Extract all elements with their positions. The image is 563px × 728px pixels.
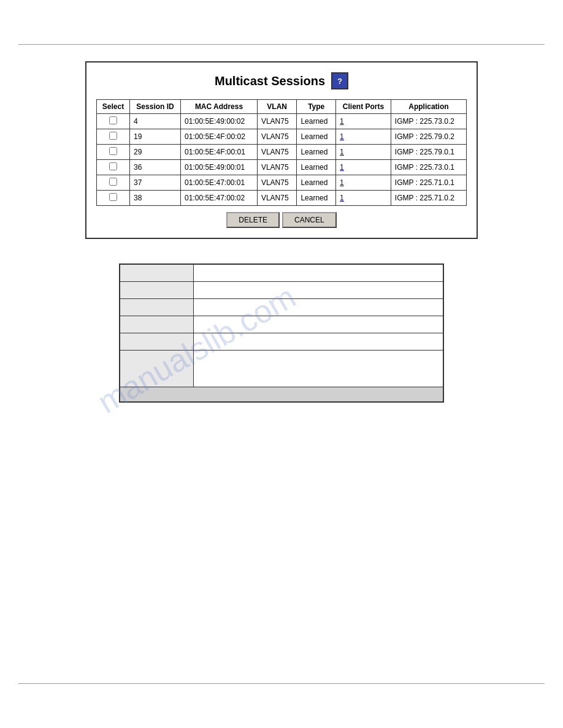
session-id-cell: 38 [130, 191, 181, 206]
bottom-rule [18, 683, 545, 684]
vlan-cell: VLAN75 [257, 145, 296, 160]
col-vlan: VLAN [257, 100, 296, 114]
vlan-cell: VLAN75 [257, 175, 296, 191]
table-row: 2901:00:5E:4F:00:01VLAN75Learned1IGMP : … [97, 145, 467, 160]
col-select: Select [97, 100, 130, 114]
client-ports-cell: 1 [336, 129, 391, 145]
label-cell [120, 316, 194, 333]
table-row [120, 333, 443, 351]
select-cell [97, 145, 130, 160]
session-id-cell: 4 [130, 114, 181, 129]
value-cell [194, 351, 443, 387]
table-row: 1901:00:5E:4F:00:02VLAN75Learned1IGMP : … [97, 129, 467, 145]
button-row: DELETE CANCEL [96, 212, 467, 228]
session-id-cell: 37 [130, 175, 181, 191]
client-ports-cell: 1 [336, 191, 391, 206]
type-cell: Learned [297, 160, 336, 175]
mac-address-cell: 01:00:5E:47:00:01 [181, 175, 258, 191]
table-row: 3801:00:5E:47:00:02VLAN75Learned1IGMP : … [97, 191, 467, 206]
client-ports-link[interactable]: 1 [340, 163, 344, 172]
mac-address-cell: 01:00:5E:47:00:02 [181, 191, 258, 206]
application-cell: IGMP : 225.73.0.1 [391, 160, 466, 175]
help-icon-button[interactable]: ? [331, 72, 348, 89]
type-cell: Learned [297, 114, 336, 129]
label-cell [120, 351, 194, 387]
select-checkbox[interactable] [109, 193, 117, 201]
top-rule [18, 44, 545, 45]
select-checkbox[interactable] [109, 162, 117, 170]
table-row [120, 282, 443, 299]
application-cell: IGMP : 225.79.0.2 [391, 129, 466, 145]
table-row: 401:00:5E:49:00:02VLAN75Learned1IGMP : 2… [97, 114, 467, 129]
select-cell [97, 129, 130, 145]
value-cell [194, 299, 443, 316]
table-row-tall [120, 351, 443, 387]
session-id-cell: 36 [130, 160, 181, 175]
page-content: Multicast Sessions ? Select Session ID M… [0, 0, 563, 464]
vlan-cell: VLAN75 [257, 129, 296, 145]
type-cell: Learned [297, 191, 336, 206]
table-row [120, 299, 443, 316]
label-cell [120, 282, 194, 299]
client-ports-cell: 1 [336, 160, 391, 175]
table-row [120, 316, 443, 333]
table-row: 3701:00:5E:47:00:01VLAN75Learned1IGMP : … [97, 175, 467, 191]
delete-button[interactable]: DELETE [226, 212, 280, 228]
value-cell [194, 265, 443, 282]
panel-title-row: Multicast Sessions ? [96, 72, 467, 89]
col-mac-address: MAC Address [181, 100, 258, 114]
col-session-id: Session ID [130, 100, 181, 114]
client-ports-cell: 1 [336, 175, 391, 191]
value-cell [194, 333, 443, 351]
mac-address-cell: 01:00:5E:49:00:01 [181, 160, 258, 175]
col-application: Application [391, 100, 466, 114]
sessions-table: Select Session ID MAC Address VLAN Type … [96, 99, 467, 206]
label-cell [120, 299, 194, 316]
select-checkbox[interactable] [109, 132, 117, 140]
client-ports-cell: 1 [336, 114, 391, 129]
type-cell: Learned [297, 175, 336, 191]
panel-title: Multicast Sessions [215, 74, 325, 88]
client-ports-link[interactable]: 1 [340, 194, 344, 202]
table-header-row: Select Session ID MAC Address VLAN Type … [97, 100, 467, 114]
mac-address-cell: 01:00:5E:4F:00:01 [181, 145, 258, 160]
second-panel [119, 264, 444, 403]
vlan-cell: VLAN75 [257, 160, 296, 175]
vlan-cell: VLAN75 [257, 114, 296, 129]
footer-cell [120, 387, 443, 402]
label-cell [120, 333, 194, 351]
value-cell [194, 282, 443, 299]
multicast-sessions-panel: Multicast Sessions ? Select Session ID M… [85, 61, 478, 239]
select-cell [97, 160, 130, 175]
vlan-cell: VLAN75 [257, 191, 296, 206]
select-checkbox[interactable] [109, 147, 117, 155]
select-cell [97, 175, 130, 191]
mac-address-cell: 01:00:5E:4F:00:02 [181, 129, 258, 145]
application-cell: IGMP : 225.73.0.2 [391, 114, 466, 129]
type-cell: Learned [297, 129, 336, 145]
select-checkbox[interactable] [109, 178, 117, 186]
col-type: Type [297, 100, 336, 114]
col-client-ports: Client Ports [336, 100, 391, 114]
value-cell [194, 316, 443, 333]
application-cell: IGMP : 225.79.0.1 [391, 145, 466, 160]
cancel-button[interactable]: CANCEL [282, 212, 337, 228]
session-id-cell: 29 [130, 145, 181, 160]
table-footer-row [120, 387, 443, 402]
client-ports-link[interactable]: 1 [340, 178, 344, 187]
client-ports-link[interactable]: 1 [340, 132, 344, 141]
client-ports-link[interactable]: 1 [340, 148, 344, 156]
select-cell [97, 191, 130, 206]
client-ports-link[interactable]: 1 [340, 117, 344, 126]
session-id-cell: 19 [130, 129, 181, 145]
table-row [120, 265, 443, 282]
select-checkbox[interactable] [109, 116, 117, 124]
label-cell [120, 265, 194, 282]
second-table [120, 264, 443, 402]
select-cell [97, 114, 130, 129]
mac-address-cell: 01:00:5E:49:00:02 [181, 114, 258, 129]
application-cell: IGMP : 225.71.0.2 [391, 191, 466, 206]
client-ports-cell: 1 [336, 145, 391, 160]
application-cell: IGMP : 225.71.0.1 [391, 175, 466, 191]
table-row: 3601:00:5E:49:00:01VLAN75Learned1IGMP : … [97, 160, 467, 175]
